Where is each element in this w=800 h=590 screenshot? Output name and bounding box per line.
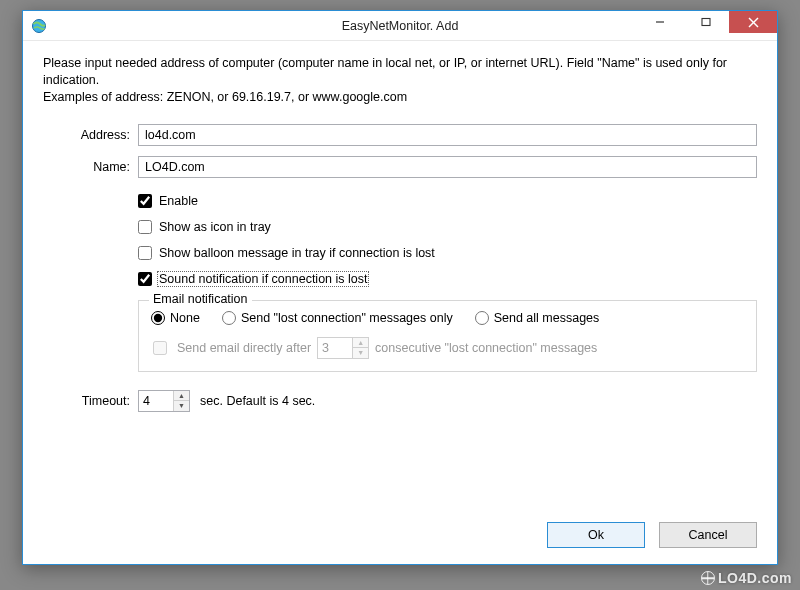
- tray-icon-checkbox[interactable]: [138, 220, 152, 234]
- email-lost-radio[interactable]: [222, 311, 236, 325]
- timeout-label: Timeout:: [43, 394, 138, 408]
- timeout-suffix: sec. Default is 4 sec.: [200, 394, 315, 408]
- globe-icon: [701, 571, 715, 585]
- email-lost-item: Send "lost connection" messages only: [222, 311, 453, 325]
- name-input[interactable]: [138, 156, 757, 178]
- tray-icon-label: Show as icon in tray: [158, 220, 272, 234]
- name-label: Name:: [43, 160, 138, 174]
- timeout-spinner[interactable]: ▲ ▼: [138, 390, 190, 412]
- spinner-up-icon: ▲: [353, 338, 368, 348]
- enable-label: Enable: [158, 194, 199, 208]
- button-row: Ok Cancel: [547, 522, 757, 548]
- window-controls: [637, 11, 777, 40]
- email-after-prefix: Send email directly after: [177, 341, 311, 355]
- address-input[interactable]: [138, 124, 757, 146]
- email-after-suffix: consecutive "lost connection" messages: [375, 341, 597, 355]
- timeout-input[interactable]: [139, 391, 173, 411]
- options-column: Enable Show as icon in tray Show balloon…: [138, 188, 757, 372]
- address-label: Address:: [43, 128, 138, 142]
- email-after-spinner: ▲ ▼: [317, 337, 369, 359]
- dialog-content: Please input needed address of computer …: [23, 41, 777, 426]
- email-lost-label: Send "lost connection" messages only: [241, 311, 453, 325]
- email-legend: Email notification: [149, 292, 252, 306]
- email-fieldset: Email notification None Send "lost conne…: [138, 300, 757, 372]
- cancel-button[interactable]: Cancel: [659, 522, 757, 548]
- email-none-item: None: [151, 311, 200, 325]
- watermark: LO4D.com: [701, 570, 792, 586]
- maximize-button[interactable]: [683, 11, 729, 33]
- svg-rect-2: [702, 19, 710, 26]
- timeout-row: Timeout: ▲ ▼ sec. Default is 4 sec.: [43, 390, 757, 412]
- sound-row: Sound notification if connection is lost: [138, 266, 757, 292]
- app-icon: [31, 18, 47, 34]
- balloon-checkbox[interactable]: [138, 246, 152, 260]
- balloon-row: Show balloon message in tray if connecti…: [138, 240, 757, 266]
- email-none-label: None: [170, 311, 200, 325]
- close-button[interactable]: [729, 11, 777, 33]
- name-row: Name:: [43, 156, 757, 178]
- balloon-label: Show balloon message in tray if connecti…: [158, 246, 436, 260]
- email-radio-row: None Send "lost connection" messages onl…: [151, 311, 744, 325]
- email-all-radio[interactable]: [475, 311, 489, 325]
- sound-checkbox[interactable]: [138, 272, 152, 286]
- spinner-down-icon[interactable]: ▼: [174, 400, 189, 411]
- ok-button[interactable]: Ok: [547, 522, 645, 548]
- minimize-button[interactable]: [637, 11, 683, 33]
- tray-icon-row: Show as icon in tray: [138, 214, 757, 240]
- instructions-line2: Examples of address: ZENON, or 69.16.19.…: [43, 89, 757, 106]
- address-row: Address:: [43, 124, 757, 146]
- spinner-up-icon[interactable]: ▲: [174, 391, 189, 401]
- instructions-text: Please input needed address of computer …: [43, 55, 757, 106]
- email-all-item: Send all messages: [475, 311, 600, 325]
- enable-checkbox[interactable]: [138, 194, 152, 208]
- spinner-down-icon: ▼: [353, 347, 368, 358]
- dialog-window: EasyNetMonitor. Add Please input needed …: [22, 10, 778, 565]
- email-none-radio[interactable]: [151, 311, 165, 325]
- instructions-line1: Please input needed address of computer …: [43, 55, 757, 89]
- sound-label: Sound notification if connection is lost: [158, 272, 368, 286]
- titlebar[interactable]: EasyNetMonitor. Add: [23, 11, 777, 41]
- enable-row: Enable: [138, 188, 757, 214]
- email-after-row: Send email directly after ▲ ▼ consecutiv…: [151, 337, 744, 359]
- email-after-value: [318, 338, 352, 358]
- email-all-label: Send all messages: [494, 311, 600, 325]
- email-after-checkbox: [153, 341, 167, 355]
- watermark-text: LO4D.com: [718, 570, 792, 586]
